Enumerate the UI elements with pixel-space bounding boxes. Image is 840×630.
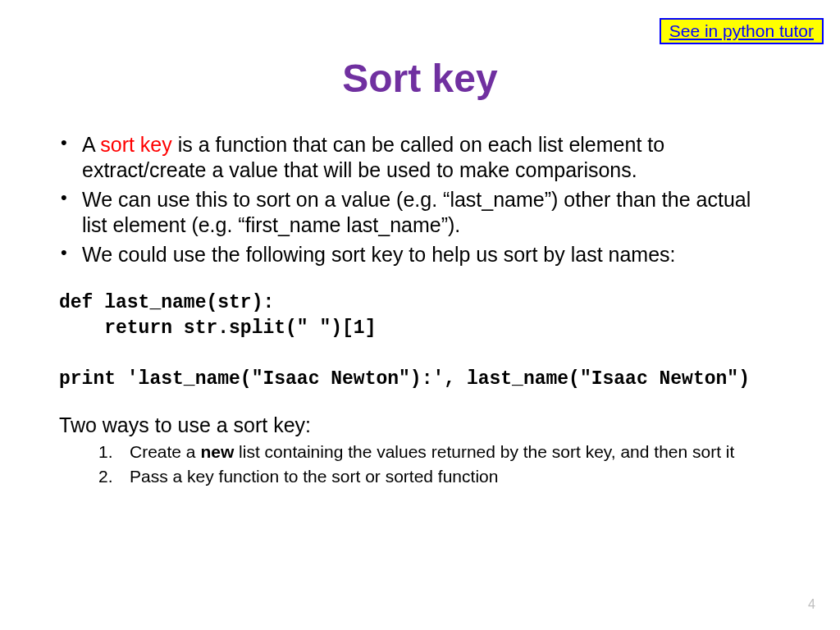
bullet-item: A sort key is a function that can be cal… [59, 132, 781, 182]
slide-content: A sort key is a function that can be cal… [0, 132, 840, 488]
two-ways-intro: Two ways to use a sort key: [59, 413, 781, 437]
numbered-item: Create a new list containing the values … [98, 441, 781, 463]
python-tutor-link-box[interactable]: See in python tutor [660, 18, 824, 44]
python-tutor-link: See in python tutor [669, 21, 814, 40]
code-block: def last_name(str): return str.split(" "… [59, 290, 781, 392]
numbered-item: Pass a key function to the sort or sorte… [98, 465, 781, 488]
bullet-item: We can use this to sort on a value (e.g.… [59, 187, 781, 237]
sort-key-term: sort key [100, 133, 172, 156]
item-bold: new [200, 442, 234, 461]
page-title: Sort key [0, 56, 840, 101]
bullet-list: A sort key is a function that can be cal… [59, 132, 781, 267]
bullet-item: We could use the following sort key to h… [59, 242, 781, 267]
item-prefix: Create a [130, 442, 200, 461]
page-number: 4 [808, 597, 815, 612]
numbered-list: Create a new list containing the values … [59, 441, 781, 489]
item-suffix: list containing the values returned by t… [234, 442, 734, 461]
bullet-prefix: A [82, 133, 100, 156]
